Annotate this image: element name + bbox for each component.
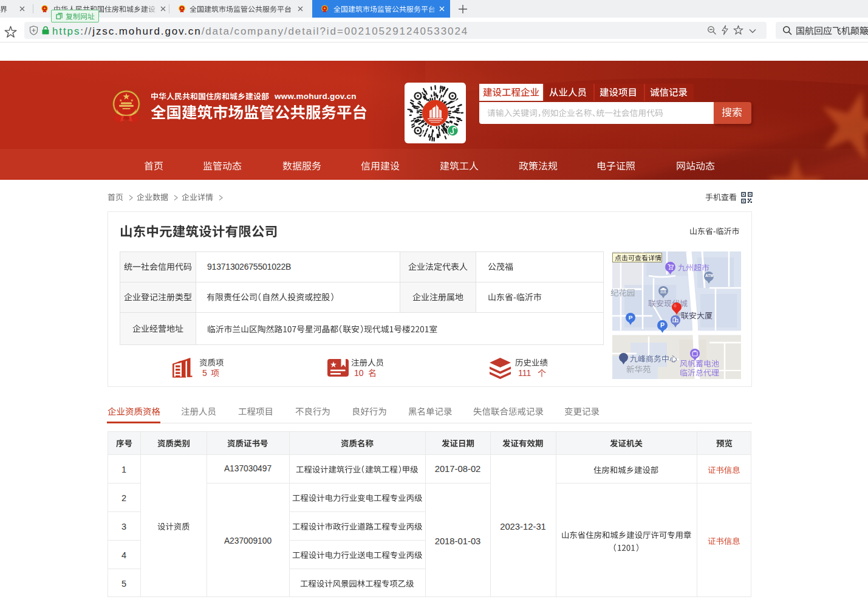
svg-text:P: P: [660, 321, 665, 329]
svg-text:P: P: [629, 314, 633, 321]
